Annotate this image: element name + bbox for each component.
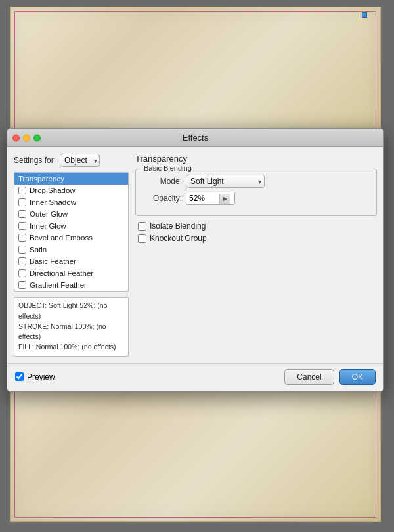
inner-shadow-label: Inner Shadow — [30, 198, 76, 206]
effects-list: Transparency Drop Shadow Inner Shadow Ou… — [14, 172, 129, 292]
summary-line-3: FILL: Normal 100%; (no effects) — [18, 342, 124, 353]
outer-glow-checkbox[interactable] — [18, 210, 26, 218]
opacity-stepper[interactable]: ▶ — [219, 194, 230, 204]
mode-select[interactable]: Normal Multiply Screen Overlay Soft Ligh… — [186, 175, 265, 188]
effects-item-satin[interactable]: Satin — [14, 244, 128, 255]
selection-handle — [362, 12, 367, 18]
satin-label: Satin — [30, 246, 47, 254]
settings-for-label: Settings for: — [14, 156, 56, 165]
drop-shadow-label: Drop Shadow — [30, 187, 76, 194]
effects-item-gradient-feather[interactable]: Gradient Feather — [14, 279, 128, 291]
effects-item-basic-feather[interactable]: Basic Feather — [14, 255, 128, 267]
inner-glow-label: Inner Glow — [30, 222, 66, 230]
effects-dialog: Effects Settings for: Object Stroke Fill — [7, 128, 384, 392]
directional-feather-label: Directional Feather — [30, 269, 93, 277]
opacity-label: Opacity: — [142, 194, 182, 203]
dialog-footer: Preview Cancel OK — [7, 363, 383, 391]
opacity-row: Opacity: ▶ — [142, 192, 370, 205]
knockout-group-label: Knockout Group — [150, 234, 207, 243]
maximize-button[interactable] — [33, 134, 41, 141]
knockout-group-checkbox[interactable] — [138, 234, 146, 243]
inner-shadow-checkbox[interactable] — [18, 198, 26, 206]
traffic-lights — [12, 134, 41, 141]
effects-item-drop-shadow[interactable]: Drop Shadow — [14, 185, 128, 196]
effects-item-inner-shadow[interactable]: Inner Shadow — [14, 196, 128, 208]
isolate-blending-row: Isolate Blending — [135, 221, 377, 231]
mode-row: Mode: Normal Multiply Screen Overlay Sof… — [142, 175, 370, 188]
outer-glow-label: Outer Glow — [30, 210, 68, 218]
basic-blending-group: Basic Blending Mode: Normal Multiply Scr… — [135, 169, 377, 216]
close-button[interactable] — [12, 134, 20, 141]
dialog-title: Effects — [183, 133, 209, 143]
opacity-input-wrapper: ▶ — [186, 192, 235, 205]
summary-box: OBJECT: Soft Light 52%; (no effects) STR… — [14, 297, 129, 357]
paper-texture-top — [10, 7, 381, 135]
summary-line-1: OBJECT: Soft Light 52%; (no effects) — [18, 301, 124, 322]
opacity-input[interactable] — [186, 192, 219, 204]
left-panel: Settings for: Object Stroke Fill Transpa… — [14, 154, 129, 357]
transparency-label: Transparency — [18, 175, 64, 183]
ok-button[interactable]: OK — [339, 369, 376, 385]
mode-select-wrapper: Normal Multiply Screen Overlay Soft Ligh… — [186, 175, 265, 188]
dialog-body: Settings for: Object Stroke Fill Transpa… — [7, 147, 383, 363]
preview-checkbox[interactable] — [15, 372, 24, 381]
panel-title: Transparency — [135, 154, 377, 164]
isolate-blending-label: Isolate Blending — [150, 221, 206, 231]
mode-label: Mode: — [142, 177, 182, 186]
summary-line-2: STROKE: Normal 100%; (no effects) — [18, 322, 124, 343]
gradient-feather-checkbox[interactable] — [18, 281, 26, 289]
basic-feather-checkbox[interactable] — [18, 257, 26, 265]
effects-item-outer-glow[interactable]: Outer Glow — [14, 208, 128, 220]
effects-item-bevel-emboss[interactable]: Bevel and Emboss — [14, 232, 128, 244]
bevel-emboss-label: Bevel and Emboss — [30, 234, 93, 242]
settings-for-select-wrapper: Object Stroke Fill — [60, 154, 100, 167]
footer-buttons: Cancel OK — [284, 369, 376, 385]
effects-item-directional-feather[interactable]: Directional Feather — [14, 267, 128, 279]
preview-label: Preview — [27, 372, 55, 382]
settings-for-select[interactable]: Object Stroke Fill — [60, 154, 100, 167]
cancel-button[interactable]: Cancel — [284, 369, 334, 385]
directional-feather-checkbox[interactable] — [18, 269, 26, 277]
inner-glow-checkbox[interactable] — [18, 222, 26, 230]
basic-feather-label: Basic Feather — [30, 257, 76, 265]
minimize-button[interactable] — [23, 134, 30, 141]
preview-row: Preview — [15, 372, 55, 382]
dialog-titlebar: Effects — [7, 129, 383, 147]
gradient-feather-label: Gradient Feather — [30, 281, 87, 289]
bevel-emboss-checkbox[interactable] — [18, 234, 26, 242]
effects-item-inner-glow[interactable]: Inner Glow — [14, 220, 128, 232]
basic-blending-legend: Basic Blending — [141, 164, 194, 172]
isolate-blending-checkbox[interactable] — [138, 222, 146, 231]
knockout-group-row: Knockout Group — [135, 234, 377, 243]
settings-for-row: Settings for: Object Stroke Fill — [14, 154, 129, 167]
drop-shadow-checkbox[interactable] — [18, 187, 26, 194]
satin-checkbox[interactable] — [18, 246, 26, 254]
right-panel: Transparency Basic Blending Mode: Normal… — [135, 154, 377, 357]
effects-item-transparency[interactable]: Transparency — [14, 173, 128, 185]
